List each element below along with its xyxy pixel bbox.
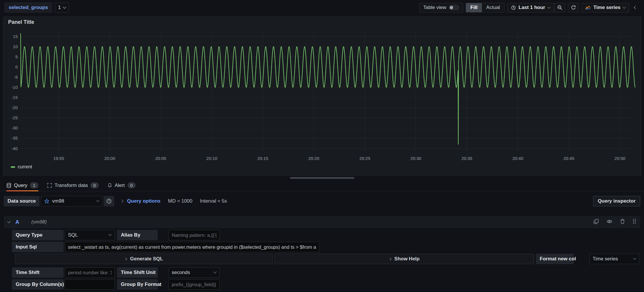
legend-label: current [18,164,32,170]
chevron-down-icon [63,5,66,8]
transform-icon [47,183,52,188]
table-view-label: Table view [423,5,446,10]
datasource-picker[interactable]: vm98 [41,196,103,206]
query-options-link[interactable]: Query options [127,198,160,204]
svg-text:20:35: 20:35 [461,156,472,161]
query-actions [593,219,636,226]
panel-resize-handle[interactable] [290,177,354,179]
tab-transform-data[interactable]: Transform data 0 [47,180,99,191]
table-view-control: Table view [419,3,463,12]
chevron-down-icon [213,270,216,273]
duplicate-query-button[interactable] [593,219,599,226]
tab-transform-count: 0 [90,182,98,188]
time-shift-row: Time Shift Time Shift Unit seconds [4,267,640,278]
time-controls: Last 1 hour [507,3,565,12]
svg-text:5: 5 [15,54,18,59]
time-shift-unit-select[interactable]: seconds [168,267,220,278]
format-select[interactable]: Time series [589,254,639,264]
copy-icon [593,219,599,224]
group-by-columns-input[interactable] [65,279,115,290]
tab-query-label: Query [14,183,27,188]
panel: Panel Title 151050-5-10-15-20-25-30-35-4… [3,17,641,176]
editor-tabs: Query 1 Transform data 0 Alert 0 [0,180,644,191]
tab-query[interactable]: Query 1 [6,180,38,191]
format-value: Time series [593,256,618,262]
toolbar-actions: Table view Fill Actual Last 1 hour [419,3,639,12]
svg-text:20:20: 20:20 [308,156,320,161]
svg-text:15: 15 [13,34,18,39]
svg-text:-35: -35 [11,136,18,140]
trash-icon [620,219,625,224]
chevron-right-icon [120,199,123,203]
table-view-toggle[interactable] [449,5,459,10]
chevron-left-icon [634,6,637,9]
time-shift-unit-value: seconds [172,270,190,275]
query-type-select[interactable]: SQL [65,230,115,240]
chevron-right-icon [388,257,391,260]
help-icon: ? [106,199,112,204]
drag-query-handle[interactable] [633,219,636,226]
time-shift-input[interactable] [65,267,115,278]
chevron-down-icon [623,5,626,8]
variable-value-dropdown[interactable]: 1 [55,3,69,12]
chevron-down-icon [633,256,636,259]
show-help-expander[interactable]: Show Help [275,254,534,264]
svg-text:-10: -10 [11,85,18,90]
interval-text: Interval = 5s [200,198,227,204]
group-by-row: Group By Column(s) Group By Format [4,279,640,290]
tab-alert-count: 0 [128,182,136,188]
tab-alert[interactable]: Alert 0 [107,180,136,191]
actual-button[interactable]: Actual [482,3,504,12]
generate-sql-label: Generate SQL [130,256,163,262]
svg-text:20:10: 20:10 [206,156,217,161]
query-type-label: Query Type [12,230,64,240]
alias-by-input[interactable] [168,230,220,240]
visualization-label: Time series [593,5,620,10]
input-sql-row: Input Sql [4,242,640,252]
query-type-row: Query Type SQL Alias By [4,230,640,240]
clock-icon [511,5,516,10]
query-row-header[interactable]: A (vm98) [4,216,640,228]
svg-text:-5: -5 [14,75,18,80]
max-data-points-text: MD = 1000 [168,198,193,204]
zoom-out-button[interactable] [554,3,565,12]
collapse-options-pane-button[interactable] [632,3,639,12]
datasource-value: vm98 [52,198,64,204]
database-icon [6,183,11,188]
tab-transform-label: Transform data [55,183,88,188]
group-by-columns-label: Group By Column(s) [12,279,64,290]
query-form: Query Type SQL Alias By Input Sql Genera… [4,230,640,290]
timeseries-chart-icon [585,6,591,10]
input-sql-input[interactable] [65,242,320,252]
toggle-knob [450,6,453,9]
legend-item-current[interactable]: current [11,164,32,170]
datasource-help-button[interactable]: ? [104,196,114,206]
svg-text:20:15: 20:15 [257,156,268,161]
fill-actual-segmented: Fill Actual [466,3,505,12]
group-by-format-input[interactable] [168,279,220,290]
chevron-down-icon [547,5,550,8]
format-label: Format new col [536,254,574,264]
time-series-chart[interactable]: 151050-5-10-15-20-25-30-35-4019:5520:002… [6,30,639,164]
fill-button[interactable]: Fill [466,3,482,12]
datasource-label: Data source [4,196,40,206]
generate-sql-expander[interactable]: Generate SQL [15,254,273,264]
svg-text:20:05: 20:05 [155,156,166,161]
svg-text:-20: -20 [11,105,18,110]
panel-title[interactable]: Panel Title [3,17,641,27]
visualization-picker[interactable]: Time series [582,3,629,12]
variable-selected-groups-label[interactable]: selected_groups [5,3,52,12]
svg-text:20:45: 20:45 [564,156,575,161]
time-range-picker[interactable]: Last 1 hour [507,3,554,12]
delete-query-button[interactable] [620,219,625,226]
toggle-query-visibility-button[interactable] [607,219,612,225]
refresh-button[interactable] [568,3,579,12]
svg-text:?: ? [108,199,110,203]
datasource-row: Data source vm98 ? Query options MD = 10… [4,196,640,206]
query-refid: A [15,219,19,225]
svg-text:0: 0 [15,64,18,69]
query-inspector-button[interactable]: Query inspector [593,196,640,206]
chevron-down-icon [96,199,100,202]
tab-query-count: 1 [30,182,38,188]
svg-text:20:40: 20:40 [512,156,523,161]
